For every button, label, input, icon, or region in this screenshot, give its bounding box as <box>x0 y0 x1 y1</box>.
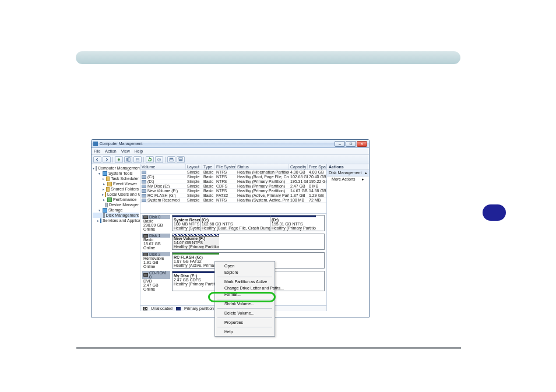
volume-list[interactable]: SimpleBasicNTFSHealthy (Hibernation Part… <box>140 170 326 213</box>
disk-label[interactable]: Disk 2Removable1.91 GBOnline <box>142 252 170 269</box>
volume-row[interactable]: (C:)SimpleBasicNTFSHealthy (Boot, Page F… <box>140 175 326 179</box>
tree-item-disk-management[interactable]: Disk Management <box>93 213 139 218</box>
close-button[interactable] <box>357 141 367 147</box>
disk-label[interactable]: CD-ROM 0DVD2.47 GBOnline <box>142 271 170 291</box>
partition[interactable]: (D:)195.31 GB NTFSHealthy (Primary Parti… <box>270 216 316 231</box>
actions-more[interactable]: More Actions ▸ <box>327 176 369 182</box>
menu-item[interactable]: Help <box>215 329 275 335</box>
window-title: Computer Management <box>100 142 335 146</box>
menu-file[interactable]: File <box>94 149 100 153</box>
svg-rect-6 <box>136 158 139 161</box>
disk-row: Disk 1Basic18.67 GBOnlineNew Volume (F:)… <box>142 234 325 250</box>
svg-rect-13 <box>179 160 182 161</box>
minimize-button[interactable] <box>335 141 345 147</box>
col-freespace: Free Space <box>308 164 326 169</box>
actions-pane: Actions Disk Management ▴ More Actions ▸ <box>327 164 369 311</box>
disk-label[interactable]: Disk 1Basic18.67 GBOnline <box>142 234 170 250</box>
partition[interactable]: RC FLASH (G:)1.87 GB FAT32Healthy (Activ… <box>173 253 219 268</box>
navigation-tree[interactable]: Computer Management (Local) System Tools… <box>92 164 140 311</box>
show-hide-tree-button[interactable] <box>124 156 132 163</box>
svg-rect-11 <box>170 160 173 161</box>
col-status: Status <box>236 164 289 169</box>
tree-item-shared-folders[interactable]: Shared Folders <box>93 186 139 192</box>
partition[interactable]: New Volume (F:)14.67 GB NTFSHealthy (Pri… <box>173 234 219 249</box>
device-manager-icon <box>105 203 108 207</box>
col-volume: Volume <box>140 164 186 169</box>
tree-item-task-scheduler[interactable]: Task Scheduler <box>93 176 139 181</box>
menu-view[interactable]: View <box>121 149 130 153</box>
volume-icon <box>142 189 146 193</box>
disk-partition-bar: System Reserv100 MB NTFSHealthy (Syster(… <box>172 215 325 231</box>
col-filesystem: File System <box>215 164 236 169</box>
tree-item-device-manager[interactable]: Device Manager <box>93 202 139 207</box>
disk-icon <box>143 234 148 238</box>
partition[interactable]: System Reserv100 MB NTFSHealthy (Syster <box>173 216 200 231</box>
menu-separator <box>217 308 272 309</box>
up-button[interactable] <box>115 156 123 163</box>
tree-item-event-viewer[interactable]: Event Viewer <box>93 181 139 186</box>
help-button[interactable]: ? <box>155 156 163 163</box>
services-icon <box>100 218 101 223</box>
page-footer-rule-2 <box>76 348 461 349</box>
properties-button[interactable] <box>133 156 142 163</box>
view-top-button[interactable] <box>167 156 175 163</box>
view-bottom-button[interactable] <box>177 156 185 163</box>
legend-label-unallocated: Unallocated <box>151 306 173 310</box>
tree-item-performance[interactable]: Performance <box>93 197 139 202</box>
legend-swatch-primary <box>176 307 181 310</box>
tree-root[interactable]: Computer Management (Local) <box>93 165 139 171</box>
col-type: Type <box>202 164 215 169</box>
partition[interactable]: (C:)102.68 GB NTFSHealthy (Boot, Page Fi… <box>200 216 270 231</box>
titlebar[interactable]: Computer Management <box>92 140 369 148</box>
disk-management-icon <box>103 213 104 218</box>
maximize-button[interactable] <box>346 141 356 147</box>
nav-back-button[interactable] <box>93 156 101 163</box>
volume-row[interactable]: My Disc (E:)SimpleBasicCDFSHealthy (Prim… <box>140 184 326 189</box>
menu-item[interactable]: Mark Partition as Active <box>215 278 275 285</box>
highlight-oval <box>208 292 276 302</box>
volume-list-header[interactable]: Volume Layout Type File System Status Ca… <box>140 164 326 170</box>
refresh-button[interactable] <box>146 156 154 163</box>
partition[interactable]: My Disc (E:)2.47 GB CDFSHealthy (Primary… <box>173 271 219 291</box>
app-icon <box>93 142 98 146</box>
actions-group[interactable]: Disk Management ▴ <box>327 170 369 176</box>
svg-rect-1 <box>350 143 352 144</box>
menu-item[interactable]: Change Drive Letter and Paths... <box>215 285 275 291</box>
menu-item[interactable]: Open <box>215 263 275 269</box>
disk-icon <box>143 216 148 219</box>
menu-item[interactable]: Properties <box>215 319 275 326</box>
menu-separator <box>217 317 272 318</box>
collapse-icon: ▴ <box>365 171 367 175</box>
toolbar: ? <box>92 155 369 164</box>
svg-rect-12 <box>179 157 182 158</box>
menu-help[interactable]: Help <box>135 149 143 153</box>
volume-row[interactable]: RC FLASH (G:)SimpleBasicFAT32Healthy (Ac… <box>140 193 326 198</box>
menu-separator <box>217 277 272 277</box>
tree-group-storage[interactable]: Storage <box>93 207 139 213</box>
tree-group-services[interactable]: Services and Applications <box>93 218 139 223</box>
menu-separator <box>217 327 272 327</box>
svg-rect-4 <box>126 157 128 161</box>
volume-row[interactable]: New Volume (F:)SimpleBasicNTFSHealthy (P… <box>140 189 326 193</box>
disk-label[interactable]: Disk 0Basic298.09 GBOnline <box>142 215 170 231</box>
page-number-pill <box>483 204 506 221</box>
menu-item[interactable]: Explore <box>215 269 275 276</box>
chevron-right-icon: ▸ <box>362 177 364 182</box>
menubar: File Action View Help <box>92 148 369 155</box>
nav-forward-button[interactable] <box>103 156 111 163</box>
volume-icon <box>142 171 146 174</box>
volume-row[interactable]: (D:)SimpleBasicNTFSHealthy (Primary Part… <box>140 179 326 184</box>
volume-icon <box>142 185 146 188</box>
tree-group-system-tools[interactable]: System Tools <box>93 171 139 176</box>
col-layout: Layout <box>186 164 202 169</box>
menu-action[interactable]: Action <box>105 149 116 153</box>
performance-icon <box>107 197 112 202</box>
volume-icon <box>142 180 146 183</box>
menu-item[interactable]: Delete Volume... <box>215 310 275 316</box>
volume-row[interactable]: SimpleBasicNTFSHealthy (Hibernation Part… <box>140 170 326 175</box>
volume-row[interactable]: System ReservedSimpleBasicNTFSHealthy (S… <box>140 198 326 203</box>
legend-swatch-unallocated <box>143 307 147 310</box>
tree-item-local-users[interactable]: Local Users and Groups <box>93 192 139 197</box>
volume-icon <box>142 194 146 197</box>
col-capacity: Capacity <box>289 164 308 169</box>
